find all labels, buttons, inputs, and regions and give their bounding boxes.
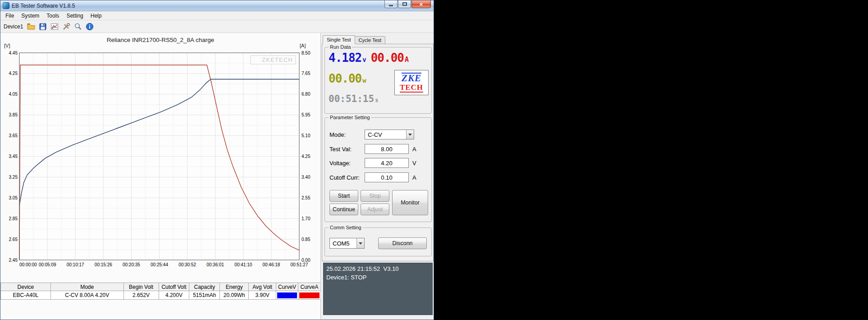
minimize-icon <box>389 5 393 6</box>
content: Reliance INR21700-RS50_2_8A charge [V] [… <box>0 33 434 320</box>
y-right-tick-label: 6.80 <box>302 92 311 97</box>
tools-icon[interactable] <box>61 21 71 32</box>
com-port-value: COM5 <box>330 240 356 247</box>
time-display-unit: s <box>375 97 378 103</box>
monitor-button[interactable]: Monitor <box>392 190 428 215</box>
chart-title: Reliance INR21700-RS50_2_8A charge <box>0 37 320 43</box>
y-right-tick-label: 3.40 <box>302 175 311 180</box>
run-data-group-label: Run Data <box>329 44 352 50</box>
toolbar: Device1 <box>0 20 434 33</box>
power-display: 00.00 <box>329 73 361 84</box>
voltage-display-unit: v <box>362 56 366 63</box>
y-left-tick-label: 2.65 <box>9 237 18 242</box>
header-energy: Energy <box>220 283 249 291</box>
cutoff-volt-cell: 4.200V <box>159 291 190 300</box>
com-port-select[interactable]: COM5 <box>329 238 365 249</box>
chevron-down-icon <box>406 130 414 139</box>
stop-button[interactable]: Stop <box>361 190 389 202</box>
power-display-unit: w <box>362 77 366 83</box>
y-right-tick-label: 0.85 <box>302 237 311 242</box>
parameter-group: Parameter Setting Mode: C-CV Test Val: 8… <box>324 117 432 222</box>
device-selector[interactable]: Device1 <box>4 23 23 30</box>
voltage-input[interactable]: 4.20 <box>365 158 409 168</box>
y-left-tick-label: 2.85 <box>9 216 18 221</box>
window-title: EB Tester Software V1.8.5 <box>12 3 75 9</box>
menu-item-tools[interactable]: Tools <box>43 12 63 20</box>
energy-cell: 20.09Wh <box>220 291 249 300</box>
adjust-button[interactable]: Adjust <box>361 204 389 215</box>
continue-button[interactable]: Continue <box>329 204 358 215</box>
x-tick-label: 00:25:44 <box>151 262 168 267</box>
x-tick-label: 00:00:00 <box>19 262 37 267</box>
x-tick-label: 00:41:10 <box>234 262 252 267</box>
x-tick-label: 00:10:17 <box>67 262 84 267</box>
voltage-current-row: 4.182 v 00.00 A <box>329 52 409 64</box>
test-val-row: Test Val: 8.00 A <box>325 144 431 154</box>
tab-cycle-test[interactable]: Cycle Test <box>355 36 386 44</box>
comm-group: Comm Setting COM5 Disconn <box>324 227 432 256</box>
chart-plot: ZKETECH4.454.254.053.853.653.453.253.052… <box>0 48 320 276</box>
close-button[interactable]: × <box>411 0 431 8</box>
y-right-tick-label: 5.10 <box>302 133 311 138</box>
status-box: 25.02.2026 21:15:52 V3.10 Device1: STOP <box>323 263 433 315</box>
header-curve-a: CurveA <box>298 283 321 291</box>
y-right-tick-label: 7.65 <box>302 71 311 76</box>
cutoff-curr-input[interactable]: 0.10 <box>365 172 409 182</box>
mode-label: Mode: <box>329 131 346 138</box>
mode-value: C-CV <box>365 131 406 138</box>
open-icon[interactable] <box>26 21 36 32</box>
y-left-tick-label: 3.85 <box>9 112 18 117</box>
chart-icon[interactable] <box>49 21 59 32</box>
info-icon[interactable] <box>84 21 95 32</box>
y-left-tick-label: 2.45 <box>9 258 18 263</box>
cutoff-curr-unit: A <box>412 174 416 181</box>
zoom-icon[interactable] <box>73 21 83 32</box>
status-device-state: Device1: STOP <box>326 274 429 282</box>
test-val-label: Test Val: <box>329 146 352 153</box>
voltage-row: Voltage: 4.20 V <box>325 158 431 168</box>
header-begin-volt: Begin Volt <box>124 283 159 291</box>
header-mode: Mode <box>51 283 124 291</box>
x-tick-label: 00:20:35 <box>123 262 140 267</box>
current-display: 00.00 <box>371 52 404 64</box>
begin-volt-cell: 2.652V <box>124 291 159 300</box>
x-tick-label: 00:51:27 <box>291 262 308 267</box>
mode-select[interactable]: C-CV <box>365 130 414 139</box>
curve-a-cell <box>298 291 321 300</box>
y-right-tick-label: 5.95 <box>302 112 311 117</box>
disconn-button[interactable]: Disconn <box>378 237 427 249</box>
power-row: 00.00 w <box>329 73 366 84</box>
y-left-tick-label: 3.05 <box>9 195 18 200</box>
time-display: 00:51:15 <box>329 94 374 104</box>
tab-single-test[interactable]: Single Test <box>323 35 355 44</box>
minimize-button[interactable] <box>384 0 397 8</box>
start-button[interactable]: Start <box>329 190 358 202</box>
status-datetime: 25.02.2026 21:15:52 V3.10 <box>326 265 429 274</box>
comm-group-label: Comm Setting <box>329 225 363 230</box>
current-display-unit: A <box>405 56 409 63</box>
curve-a-swatch <box>299 292 320 298</box>
chart-area: Reliance INR21700-RS50_2_8A charge [V] [… <box>0 33 320 320</box>
maximize-icon <box>402 2 407 6</box>
maximize-button[interactable] <box>398 0 411 8</box>
y-left-tick-label: 4.25 <box>9 71 18 76</box>
y-right-tick-label: 8.50 <box>302 51 311 56</box>
x-tick-label: 00:30:52 <box>178 262 196 267</box>
capacity-cell: 5151mAh <box>189 291 220 300</box>
parameter-group-label: Parameter Setting <box>329 115 371 120</box>
cutoff-curr-label: Cutoff Curr: <box>329 174 360 181</box>
menu-item-system[interactable]: System <box>18 12 43 20</box>
tab-page: Run Data 4.182 v 00.00 A 00.00 w 00:51:1… <box>322 44 434 261</box>
header-avg-volt: Avg Volt <box>249 283 276 291</box>
y-left-tick-label: 4.45 <box>9 51 18 56</box>
save-icon[interactable] <box>37 21 48 32</box>
window-controls: × <box>384 0 431 8</box>
test-val-input[interactable]: 8.00 <box>365 144 409 154</box>
table-header-row: Device Mode Begin Volt Cutoff Volt Capac… <box>0 283 321 291</box>
menu-item-help[interactable]: Help <box>87 12 105 20</box>
menu-item-setting[interactable]: Setting <box>63 12 87 20</box>
mode-cell: C-CV 8.00A 4.20V <box>51 291 124 300</box>
menu-item-file[interactable]: File <box>2 12 18 20</box>
y-right-tick-label: 1.70 <box>302 216 311 221</box>
y-left-tick-label: 4.05 <box>9 92 18 97</box>
